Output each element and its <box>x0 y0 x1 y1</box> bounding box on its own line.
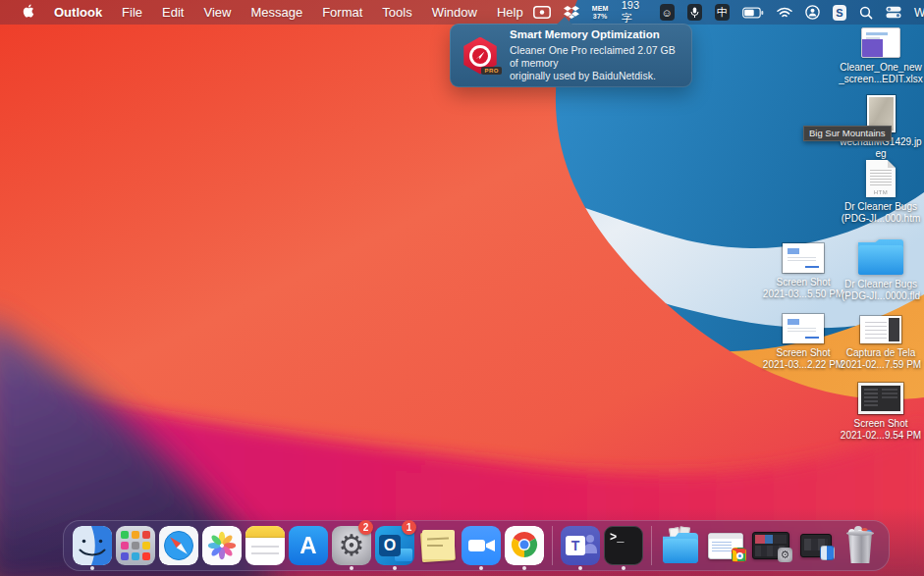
dock-chrome[interactable] <box>503 521 546 570</box>
htm-document-icon: HTM <box>866 160 896 197</box>
app-store-icon: A <box>289 526 328 565</box>
dock-zoom[interactable] <box>460 521 503 570</box>
wallpaper-tooltip: Big Sur Mountains <box>803 126 892 141</box>
battery-icon[interactable] <box>742 7 764 19</box>
dock-stickies[interactable] <box>416 521 460 570</box>
user-account-icon[interactable] <box>805 5 820 20</box>
screenshot-thumbnail-icon <box>783 314 824 343</box>
menu-view[interactable]: View <box>193 5 241 20</box>
finder-icon <box>73 526 112 565</box>
menu-bar: Outlook File Edit View Message Format To… <box>0 0 924 25</box>
apple-menu[interactable] <box>12 3 44 22</box>
menu-format[interactable]: Format <box>312 5 372 20</box>
running-indicator <box>350 566 353 570</box>
dock-outlook[interactable]: O 1 <box>373 521 416 570</box>
menu-help[interactable]: Help <box>487 5 533 20</box>
dock-app-store[interactable]: A <box>287 521 330 570</box>
desktop-icon-label: Cleaner_One_new_screen...EDIT.xlsx <box>834 62 924 84</box>
menu-bar-clock[interactable]: Wed Mar 3 9:53 AM <box>914 6 924 20</box>
running-indicator <box>622 566 625 570</box>
dock-minimized-chrome-window[interactable] <box>703 521 748 570</box>
pro-badge: PRO <box>481 67 502 75</box>
zoom-icon <box>462 526 501 565</box>
dock-photos[interactable] <box>200 521 244 570</box>
minimized-window-thumbnail <box>800 534 832 557</box>
s-app-icon[interactable]: S <box>833 5 846 21</box>
desktop-icon-folder[interactable]: Dr Cleaner Bugs(PDG-JI...0000.fld <box>840 239 922 301</box>
desktop-icon-xlsx[interactable]: Cleaner_One_new_screen...EDIT.xlsx <box>840 27 922 84</box>
dock-divider <box>552 526 553 565</box>
chrome-icon <box>505 526 544 565</box>
desktop-icon-captura[interactable]: Captura de Tela2021-02...7.59 PM <box>840 316 922 370</box>
xlsx-thumbnail-icon <box>861 27 900 58</box>
menu-file[interactable]: File <box>112 5 152 20</box>
desktop-icon-htm[interactable]: HTM Dr Cleaner Bugs(PDG-JI...000.htm <box>840 160 922 224</box>
menu-tools[interactable]: Tools <box>372 5 421 20</box>
blue-folder-icon <box>858 239 903 275</box>
control-center-icon[interactable] <box>886 6 901 19</box>
desktop-icon-label: Screen Shot2021-02...9.54 PM <box>834 418 924 441</box>
dock-terminal[interactable]: >_ <box>602 521 645 570</box>
minimized-window-thumbnail: ⚙ <box>752 532 789 559</box>
screenshot-thumbnail-icon <box>783 243 824 273</box>
notification-body-line2: originally used by BaiduNetdisk. <box>510 70 680 82</box>
dock-downloads-folder[interactable] <box>658 521 703 570</box>
desktop-icon-label: Captura de Tela2021-02...7.59 PM <box>834 347 924 370</box>
character-counter[interactable]: 193字 <box>622 0 647 26</box>
microphone-icon[interactable] <box>687 4 702 21</box>
dock-teams[interactable]: T <box>559 521 602 570</box>
desktop-icon-screenshot-2[interactable]: Screen Shot2021-03...2.22 PM <box>762 314 844 370</box>
notification-title: Smart Memory Optimization <box>510 28 680 40</box>
menu-message[interactable]: Message <box>241 5 312 20</box>
photos-icon <box>202 526 242 565</box>
notification-body-line1: Cleaner One Pro reclaimed 2.07 GB of mem… <box>510 44 680 70</box>
terminal-icon: >_ <box>604 526 643 565</box>
downloads-folder-icon <box>661 526 700 565</box>
trash-full-icon <box>843 526 877 565</box>
running-indicator <box>90 566 94 570</box>
desktop-icon-label: Dr Cleaner Bugs(PDG-JI...0000.fld <box>834 279 924 301</box>
display-camera-icon[interactable] <box>533 6 551 19</box>
menu-edit[interactable]: Edit <box>152 5 193 20</box>
chrome-badge-icon <box>732 548 746 562</box>
notification-banner[interactable]: PRO Smart Memory Optimization Cleaner On… <box>450 24 692 87</box>
dock-launchpad[interactable] <box>114 521 157 570</box>
screenshot-thumbnail-icon <box>860 316 901 343</box>
running-indicator <box>479 566 483 570</box>
notes-icon <box>245 526 285 565</box>
dock-finder[interactable] <box>71 521 114 570</box>
emoji-input-icon[interactable]: ☺ <box>660 4 675 21</box>
apple-icon <box>22 3 34 19</box>
dock: A ⚙ 2 O 1 <box>63 520 890 571</box>
dock-notes[interactable] <box>244 521 287 570</box>
finder-badge-icon <box>820 546 835 560</box>
desktop-icon-screenshot-1[interactable]: Screen Shot2021-03...5.50 PM <box>762 243 844 299</box>
desktop-icon-screenshot-3[interactable]: Screen Shot2021-02...9.54 PM <box>840 383 922 441</box>
notification-count-badge: 1 <box>402 520 416 535</box>
minimized-window-thumbnail <box>708 533 743 559</box>
running-indicator <box>393 566 397 570</box>
dark-screenshot-thumbnail-icon <box>858 383 903 414</box>
running-indicator <box>522 566 526 570</box>
notification-count-badge: 2 <box>358 520 373 535</box>
running-indicator <box>578 566 582 570</box>
menu-app-name[interactable]: Outlook <box>44 5 112 20</box>
memory-meter[interactable]: MEM 37% <box>592 5 609 20</box>
dock-minimized-dark-window[interactable]: ⚙ <box>748 521 793 570</box>
dock-trash[interactable] <box>839 521 882 570</box>
desktop: Outlook File Edit View Message Format To… <box>0 0 924 576</box>
dock-safari[interactable] <box>157 521 200 570</box>
wifi-icon[interactable] <box>777 7 792 19</box>
menu-window[interactable]: Window <box>422 5 487 20</box>
dock-minimized-finder-window[interactable] <box>793 521 839 570</box>
stickies-icon <box>418 526 458 565</box>
gear-badge-icon: ⚙ <box>778 548 792 562</box>
teams-icon: T <box>561 526 600 565</box>
dock-system-preferences[interactable]: ⚙ 2 <box>330 521 373 570</box>
spotlight-search-icon[interactable] <box>859 6 873 20</box>
safari-icon <box>159 526 198 565</box>
chinese-ime-icon[interactable]: 中 <box>715 4 730 21</box>
desktop-icon-label: Dr Cleaner Bugs(PDG-JI...000.htm <box>834 201 924 224</box>
cleaner-one-pro-icon: PRO <box>462 37 499 75</box>
launchpad-icon <box>116 526 155 565</box>
